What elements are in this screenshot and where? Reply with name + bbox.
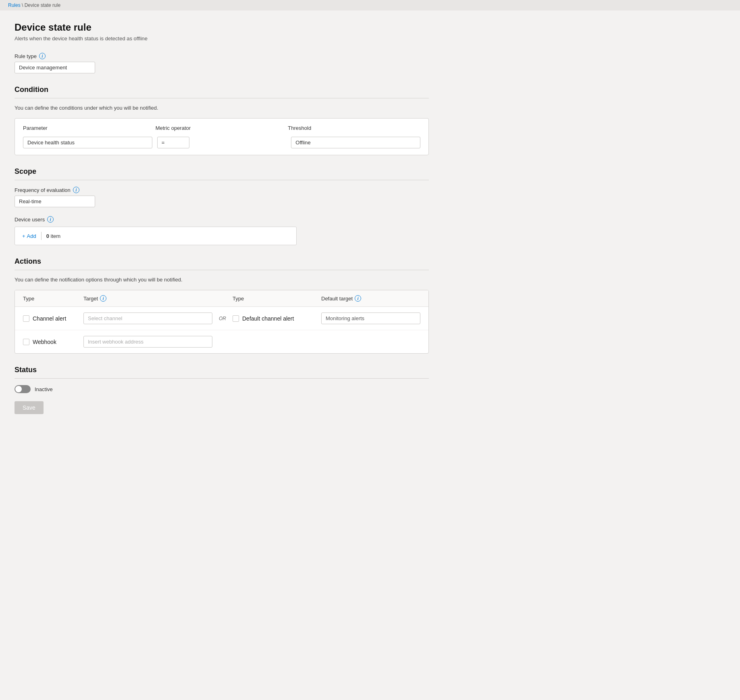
actions-row-webhook: Webhook: [15, 330, 428, 353]
scope-heading: Scope: [15, 167, 429, 176]
device-users-label: Device users i: [15, 216, 429, 223]
page-title: Device state rule: [15, 22, 429, 33]
add-label: Add: [27, 233, 36, 239]
channel-alert-checkbox[interactable]: [23, 315, 29, 322]
target-info-icon[interactable]: i: [100, 295, 106, 302]
monitoring-alerts-cell: [321, 312, 420, 324]
device-users-box: + Add 0 item: [15, 227, 297, 245]
rule-type-info-icon[interactable]: i: [39, 53, 46, 59]
condition-threshold-cell: [291, 137, 420, 148]
frequency-info-icon[interactable]: i: [73, 187, 79, 193]
page-subtitle: Alerts when the device health status is …: [15, 35, 429, 42]
webhook-checkbox[interactable]: [23, 339, 29, 345]
rule-type-value: Device management: [15, 62, 95, 73]
default-target-info-icon[interactable]: i: [355, 295, 361, 302]
actions-col-type2: Type: [233, 295, 321, 302]
add-icon: +: [22, 233, 25, 239]
condition-table: Parameter Metric operator Threshold: [15, 118, 429, 155]
scope-divider: [15, 180, 429, 180]
breadcrumb: Rules \ Device state rule: [0, 0, 740, 10]
frequency-value: Real-time: [15, 196, 95, 207]
actions-col-target: Target i: [83, 295, 212, 302]
webhook-label: Webhook: [33, 339, 56, 345]
webhook-type-cell: Webhook: [23, 339, 83, 345]
actions-section: Actions You can define the notification …: [15, 257, 429, 354]
col-header-threshold: Threshold: [288, 125, 420, 131]
scope-section: Scope Frequency of evaluation i Real-tim…: [15, 167, 429, 245]
channel-alert-label: Channel alert: [33, 315, 66, 322]
toggle-row: Inactive: [15, 385, 429, 393]
monitoring-alerts-input[interactable]: [321, 312, 420, 324]
condition-operator-input[interactable]: [157, 137, 189, 148]
actions-table: Type Target i Type Default target i Chan…: [15, 290, 429, 354]
webhook-address-input[interactable]: [83, 336, 212, 348]
condition-row: [23, 137, 420, 148]
add-device-user-button[interactable]: + Add: [22, 233, 36, 239]
actions-description: You can define the notification options …: [15, 277, 429, 283]
status-toggle[interactable]: [15, 385, 31, 393]
condition-parameter-cell: [23, 137, 152, 148]
webhook-target-cell: [83, 336, 212, 348]
status-toggle-label: Inactive: [35, 386, 53, 392]
actions-header-row: Type Target i Type Default target i: [15, 290, 428, 307]
save-button[interactable]: Save: [15, 401, 44, 414]
or-label: OR: [212, 316, 233, 321]
rule-type-label: Rule type i: [15, 53, 429, 59]
condition-col-headers: Parameter Metric operator Threshold: [23, 125, 420, 131]
status-section: Status Inactive Save: [15, 366, 429, 414]
actions-col-type1: Type: [23, 295, 83, 302]
vertical-divider: [41, 232, 42, 240]
device-users-info-icon[interactable]: i: [47, 216, 54, 223]
actions-col-or-spacer: [212, 295, 233, 302]
frequency-label: Frequency of evaluation i: [15, 187, 429, 193]
status-heading: Status: [15, 366, 429, 374]
breadcrumb-parent-link[interactable]: Rules: [8, 2, 21, 8]
col-header-parameter: Parameter: [23, 125, 156, 131]
actions-col-default-target: Default target i: [321, 295, 420, 302]
actions-heading: Actions: [15, 257, 429, 266]
condition-threshold-input[interactable]: [291, 137, 420, 148]
breadcrumb-current: Device state rule: [25, 2, 60, 8]
channel-alert-target-cell: [83, 312, 212, 324]
actions-divider: [15, 270, 429, 270]
toggle-thumb: [15, 386, 22, 392]
channel-alert-type-cell: Channel alert: [23, 315, 83, 322]
condition-divider: [15, 98, 429, 98]
col-header-metric-operator: Metric operator: [156, 125, 288, 131]
default-channel-alert-type-cell: Default channel alert: [233, 315, 321, 322]
condition-description: You can define the conditions under whic…: [15, 105, 429, 111]
condition-heading: Condition: [15, 85, 429, 94]
item-count: 0 item: [46, 233, 60, 239]
status-divider: [15, 378, 429, 379]
default-channel-alert-label: Default channel alert: [242, 315, 294, 322]
select-channel-input[interactable]: [83, 312, 212, 324]
actions-row-channel: Channel alert OR Default channel alert: [15, 307, 428, 330]
breadcrumb-separator: \: [22, 2, 25, 8]
main-content: Device state rule Alerts when the device…: [0, 10, 443, 438]
device-users-section: Device users i + Add 0 item: [15, 216, 429, 245]
condition-parameter-input[interactable]: [23, 137, 152, 148]
condition-operator-cell: [157, 137, 287, 148]
default-channel-alert-checkbox[interactable]: [233, 315, 239, 322]
rule-type-section: Rule type i Device management: [15, 53, 429, 73]
